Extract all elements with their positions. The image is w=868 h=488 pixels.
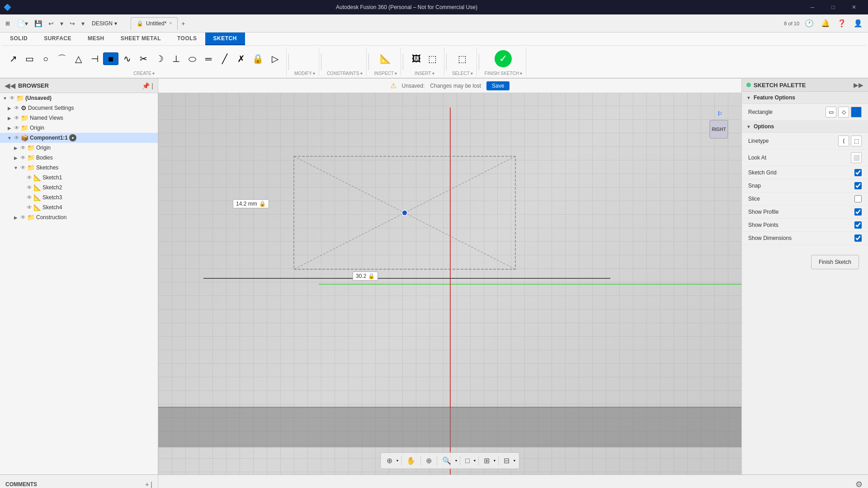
tool-rectangle[interactable]: ▭ xyxy=(22,52,37,65)
avatar-button[interactable]: 👤 xyxy=(852,17,864,29)
rectangle-btn-2[interactable]: ◇ xyxy=(838,107,849,117)
new-tab-button[interactable]: + xyxy=(179,18,188,29)
undo-button[interactable]: ↩ xyxy=(46,18,57,29)
display-dropdown-icon[interactable]: ▾ xyxy=(474,459,476,463)
browser-pin-button[interactable]: 📌 xyxy=(142,82,150,89)
show-dimensions-checkbox[interactable] xyxy=(854,235,862,242)
save-button[interactable]: 💾 xyxy=(32,18,45,29)
finish-sketch-label[interactable]: FINISH SKETCH ▾ xyxy=(485,71,522,76)
snap-checkbox[interactable] xyxy=(854,182,862,189)
tool-lock[interactable]: 🔒 xyxy=(250,52,266,65)
finish-sketch-button[interactable]: ✓ xyxy=(488,47,518,70)
create-group-label[interactable]: CREATE ▾ xyxy=(133,71,155,76)
tree-expand-origin-root[interactable]: ▶ xyxy=(6,126,13,131)
view-mode-dropdown-icon[interactable]: ▾ xyxy=(514,459,515,463)
tree-item-component[interactable]: ▼ 👁 📦 Component1:1 ● xyxy=(0,133,158,143)
tool-cross[interactable]: ✗ xyxy=(233,52,249,65)
tab-sheet-metal[interactable]: SHEET METAL xyxy=(113,33,169,45)
tree-item-doc-settings[interactable]: ▶ 👁 ⚙ Document Settings xyxy=(0,103,158,113)
browser-collapse-button[interactable]: ◀◀ xyxy=(5,81,15,90)
tool-polygon[interactable]: △ xyxy=(71,52,86,65)
vis-unsaved[interactable]: 👁 xyxy=(9,95,15,101)
insert-image-btn[interactable]: 🖼 xyxy=(409,52,424,65)
inspect-group-label[interactable]: INSPECT ▾ xyxy=(374,71,397,76)
tool-line[interactable]: ↗ xyxy=(5,52,21,65)
tool-circle[interactable]: ○ xyxy=(38,52,53,65)
design-menu-button[interactable]: DESIGN ▾ xyxy=(90,19,119,28)
rectangle-btn-1[interactable]: ▭ xyxy=(826,107,836,117)
tree-expand-sketches[interactable]: ▼ xyxy=(13,165,19,170)
tree-item-sketch2[interactable]: 👁 📐 Sketch2 xyxy=(0,183,158,192)
tree-expand-unsaved[interactable]: ▼ xyxy=(2,96,8,101)
inspect-ruler-btn[interactable]: 📐 xyxy=(377,52,394,65)
vis-origin-root[interactable]: 👁 xyxy=(14,125,19,131)
orbit-button[interactable]: ⊕ xyxy=(424,455,434,467)
dimension-label-2[interactable]: 30.2 🔒 xyxy=(353,272,378,281)
redo-dropdown-button[interactable]: ▾ xyxy=(79,18,87,29)
tab-tools[interactable]: TOOLS xyxy=(169,33,205,45)
pan-button[interactable]: ✋ xyxy=(404,455,418,467)
comments-pin-button[interactable]: | xyxy=(151,481,152,488)
redo-button[interactable]: ↪ xyxy=(67,18,78,29)
vis-construction[interactable]: 👁 xyxy=(20,214,26,221)
insert-dxf-btn[interactable]: ⬚ xyxy=(425,52,440,65)
palette-expand-button[interactable]: ▶▶ xyxy=(854,81,863,89)
clock-button[interactable]: 🕐 xyxy=(803,17,816,29)
dimension-label-1[interactable]: 14.2 mm 🔒 xyxy=(233,199,269,208)
settings-icon[interactable]: ⚙ xyxy=(855,479,863,488)
show-profile-checkbox[interactable] xyxy=(854,208,862,216)
tool-project[interactable]: ⊥ xyxy=(168,52,184,65)
tool-trim[interactable]: ✂ xyxy=(136,52,151,65)
vis-component[interactable]: 👁 xyxy=(14,135,19,141)
viewport[interactable]: ⚠ Unsaved: Changes may be lost Save Z RI… xyxy=(158,79,741,474)
vis-sk2[interactable]: 👁 xyxy=(27,184,32,191)
grid-button[interactable]: ⊞ xyxy=(481,455,492,467)
tool-mirror-line[interactable]: ═ xyxy=(201,52,216,65)
feature-options-header[interactable]: ▼ Feature Options xyxy=(742,92,868,104)
display-mode-button[interactable]: □ xyxy=(463,455,472,467)
undo-dropdown-button[interactable]: ▾ xyxy=(57,18,66,29)
show-points-checkbox[interactable] xyxy=(854,221,862,229)
vis-views[interactable]: 👁 xyxy=(14,115,19,121)
vis-bodies[interactable]: 👁 xyxy=(20,155,26,161)
select-btn[interactable]: ⬚ xyxy=(455,52,470,65)
zoom-button[interactable]: 🔍 xyxy=(440,455,453,467)
tree-expand-views[interactable]: ▶ xyxy=(6,116,13,121)
tree-item-sketch4[interactable]: 👁 📐 Sketch4 xyxy=(0,202,158,212)
tab-sketch[interactable]: SKETCH xyxy=(205,33,245,45)
lookat-btn[interactable]: ⬜ xyxy=(851,152,862,163)
tool-spline[interactable]: ∿ xyxy=(119,52,135,65)
insert-group-label[interactable]: INSERT ▾ xyxy=(415,71,434,76)
vis-doc[interactable]: 👁 xyxy=(14,105,19,111)
tree-item-sketches[interactable]: ▼ 👁 📁 Sketches xyxy=(0,163,158,173)
tool-active[interactable]: ■ xyxy=(103,52,118,65)
tool-triangle2[interactable]: ▷ xyxy=(267,52,283,65)
tree-item-named-views[interactable]: ▶ 👁 📁 Named Views xyxy=(0,113,158,123)
tool-offset[interactable]: ☽ xyxy=(152,52,167,65)
view-mode-button[interactable]: ⊟ xyxy=(501,455,512,467)
component-badge[interactable]: ● xyxy=(69,134,76,141)
close-button[interactable]: ✕ xyxy=(844,0,864,14)
tree-expand-component[interactable]: ▼ xyxy=(6,136,13,141)
tree-item-bodies[interactable]: ▶ 👁 📁 Bodies xyxy=(0,153,158,163)
save-changes-button[interactable]: Save xyxy=(486,81,509,90)
minimize-button[interactable]: ─ xyxy=(802,0,823,14)
vis-sketches[interactable]: 👁 xyxy=(20,164,26,171)
select-nav-button[interactable]: ⊕ xyxy=(384,455,395,467)
options-header[interactable]: ▼ Options xyxy=(742,121,868,133)
tab-solid[interactable]: SOLID xyxy=(2,33,36,45)
help-button[interactable]: ❓ xyxy=(835,17,848,29)
vis-sk1[interactable]: 👁 xyxy=(27,174,32,181)
rectangle-color-btn[interactable] xyxy=(851,107,862,117)
view-cube[interactable]: Z RIGHT xyxy=(705,111,732,147)
tool-slot[interactable]: ⊣ xyxy=(87,52,102,65)
vis-origin-comp[interactable]: 👁 xyxy=(20,145,26,151)
tree-item-origin-comp[interactable]: ▶ 👁 📁 Origin xyxy=(0,143,158,153)
tree-item-sketch1[interactable]: 👁 📐 Sketch1 xyxy=(0,173,158,183)
zoom-dropdown-icon[interactable]: ▾ xyxy=(455,459,457,463)
tree-item-sketch3[interactable]: 👁 📐 Sketch3 xyxy=(0,192,158,202)
tree-item-construction[interactable]: ▶ 👁 📁 Construction xyxy=(0,212,158,222)
tab-surface[interactable]: SURFACE xyxy=(36,33,80,45)
maximize-button[interactable]: □ xyxy=(823,0,844,14)
linetype-btn-1[interactable]: ⟨ xyxy=(838,136,849,146)
